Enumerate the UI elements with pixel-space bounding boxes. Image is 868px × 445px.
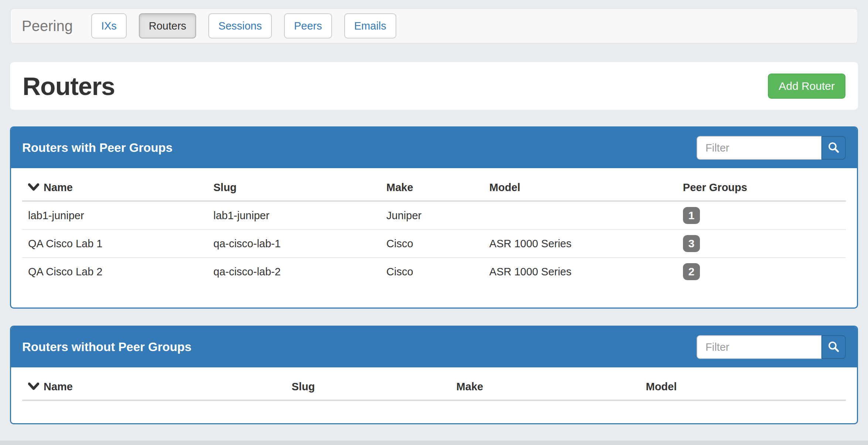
filter-input[interactable] [697, 335, 821, 359]
column-header-model[interactable]: Model [640, 378, 846, 400]
panel-heading: Routers with Peer Groups [11, 128, 857, 168]
cell-slug: lab1-juniper [208, 201, 380, 230]
nav-button-emails[interactable]: Emails [344, 13, 396, 38]
routers-without-peer-groups-table: NameSlugMakeModel [22, 378, 846, 401]
panel-routers-without-peer-groups: Routers without Peer Groups NameSlugMake… [10, 326, 858, 424]
table-row: QA Cisco Lab 1qa-cisco-lab-1CiscoASR 100… [22, 230, 846, 258]
page-title: Routers [23, 72, 115, 101]
column-header-name[interactable]: Name [22, 179, 208, 201]
table-row: lab1-juniperlab1-juniperJuniper1 [22, 201, 846, 230]
column-header-make[interactable]: Make [451, 378, 640, 400]
panel-body: NameSlugMakeModel [11, 367, 857, 423]
panel-heading: Routers without Peer Groups [11, 327, 857, 367]
navbar-brand[interactable]: Peering [22, 18, 73, 34]
cell-make: Cisco [380, 230, 483, 258]
navbar-buttons: IXsRoutersSessionsPeersEmails [91, 13, 409, 38]
filter-input[interactable] [697, 136, 821, 160]
filter-group [697, 335, 846, 359]
peer-group-count-badge: 2 [683, 263, 700, 280]
cell-model: ASR 1000 Series [483, 258, 677, 285]
add-router-button[interactable]: Add Router [768, 74, 845, 99]
cell-model: ASR 1000 Series [483, 230, 677, 258]
column-header-make[interactable]: Make [380, 179, 483, 201]
cell-name: QA Cisco Lab 1 [22, 230, 208, 258]
navbar: Peering IXsRoutersSessionsPeersEmails [10, 8, 858, 44]
panel-title: Routers without Peer Groups [22, 340, 191, 354]
filter-group [697, 136, 846, 160]
filter-search-button[interactable] [821, 136, 846, 160]
cell-name: QA Cisco Lab 2 [22, 258, 208, 285]
search-icon [827, 340, 840, 354]
cell-slug: qa-cisco-lab-2 [208, 258, 380, 285]
window-bottom-edge [0, 441, 868, 445]
sort-chevron-down-icon [28, 182, 39, 194]
nav-button-sessions[interactable]: Sessions [208, 13, 272, 38]
peer-group-count-badge: 1 [683, 207, 700, 224]
cell-make: Cisco [380, 258, 483, 285]
cell-model [483, 201, 677, 230]
table-header-row: NameSlugMakeModelPeer Groups [22, 179, 846, 201]
search-icon [827, 141, 840, 155]
routers-with-peer-groups-table: NameSlugMakeModelPeer Groupslab1-juniper… [22, 179, 846, 285]
column-header-slug[interactable]: Slug [208, 179, 380, 201]
table-header-row: NameSlugMakeModel [22, 378, 846, 400]
table-row: QA Cisco Lab 2qa-cisco-lab-2CiscoASR 100… [22, 258, 846, 285]
column-header-name[interactable]: Name [22, 378, 286, 400]
peer-groups-cell: 3 [677, 230, 846, 258]
panel-body: NameSlugMakeModelPeer Groupslab1-juniper… [11, 168, 857, 308]
peer-group-count-badge: 3 [683, 235, 700, 252]
nav-button-ixs[interactable]: IXs [91, 13, 127, 38]
page-header: Routers Add Router [10, 62, 858, 110]
column-header-model[interactable]: Model [483, 179, 677, 201]
nav-button-routers[interactable]: Routers [139, 13, 197, 38]
filter-search-button[interactable] [821, 335, 846, 359]
cell-name: lab1-juniper [22, 201, 208, 230]
panel-routers-with-peer-groups: Routers with Peer Groups NameSlugMakeMod… [10, 126, 858, 309]
sort-chevron-down-icon [28, 381, 39, 393]
column-header-slug[interactable]: Slug [286, 378, 451, 400]
panel-title: Routers with Peer Groups [22, 141, 172, 155]
cell-make: Juniper [380, 201, 483, 230]
nav-button-peers[interactable]: Peers [284, 13, 332, 38]
peer-groups-cell: 2 [677, 258, 846, 285]
cell-slug: qa-cisco-lab-1 [208, 230, 380, 258]
peer-groups-cell: 1 [677, 201, 846, 230]
column-header-peer-groups[interactable]: Peer Groups [677, 179, 846, 201]
